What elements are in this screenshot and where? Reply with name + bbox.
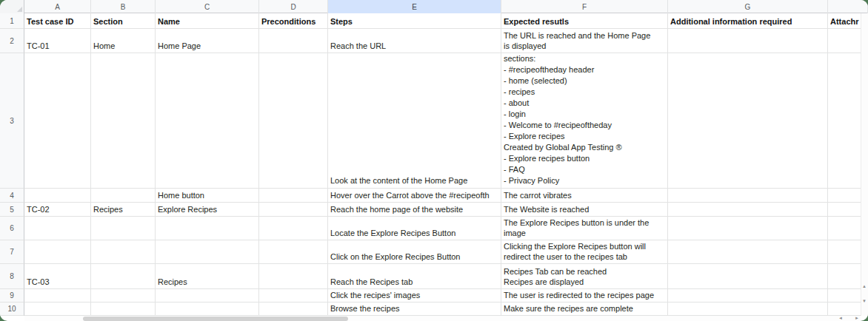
- cell-a1[interactable]: Test case ID: [24, 13, 91, 29]
- column-header-c[interactable]: C: [156, 0, 259, 13]
- cell-g1[interactable]: Additional information required: [668, 13, 828, 29]
- cell-f6[interactable]: The Explore Recipes button is under the …: [501, 217, 668, 240]
- cell-d1[interactable]: Preconditions: [259, 13, 328, 29]
- horizontal-scrollbar-thumb[interactable]: [83, 317, 348, 321]
- cell-f3[interactable]: The Home Page contains the following sec…: [501, 53, 668, 189]
- scroll-up-icon[interactable]: ▲: [861, 283, 867, 289]
- cell-g7[interactable]: [668, 240, 828, 264]
- cell-f4[interactable]: The carrot vibrates: [501, 189, 668, 203]
- cell-g9[interactable]: [668, 289, 828, 303]
- cell-e3[interactable]: Look at the content of the Home Page: [328, 53, 501, 189]
- cell-b1[interactable]: Section: [91, 13, 156, 29]
- cell-c8[interactable]: Recipes: [156, 264, 259, 289]
- select-all-corner[interactable]: [0, 0, 24, 13]
- cell-b8[interactable]: [91, 264, 156, 289]
- column-header-row: A B C D E F G: [0, 0, 868, 13]
- row-header-8[interactable]: 8: [0, 264, 24, 289]
- cell-f7[interactable]: Clicking the Explore Recipes button will…: [501, 240, 668, 264]
- row-header-3[interactable]: 3: [0, 53, 24, 189]
- cell-g4[interactable]: [668, 189, 828, 203]
- horizontal-scrollbar[interactable]: [24, 316, 861, 321]
- cell-g3[interactable]: [668, 53, 828, 189]
- cell-d4[interactable]: [259, 189, 328, 203]
- vertical-scrollbar[interactable]: ▲ ▼: [861, 13, 868, 316]
- cell-c4[interactable]: Home button: [156, 189, 259, 203]
- cell-d3[interactable]: [259, 53, 328, 189]
- column-header-g[interactable]: G: [668, 0, 828, 13]
- cell-c10[interactable]: [156, 303, 259, 316]
- cell-e9[interactable]: Click the recipes' images: [328, 289, 501, 303]
- cell-c5[interactable]: Explore Recipes: [156, 203, 259, 217]
- cell-a3[interactable]: [24, 53, 91, 189]
- cell-e4[interactable]: Hover over the Carrot above the #recipeo…: [328, 189, 501, 203]
- cell-d5[interactable]: [259, 203, 328, 217]
- cell-d10[interactable]: [259, 303, 328, 316]
- row-header-4[interactable]: 4: [0, 189, 24, 203]
- cell-b4[interactable]: [91, 189, 156, 203]
- cell-e6[interactable]: Locate the Explore Recipes Button: [328, 217, 501, 240]
- cell-b9[interactable]: [91, 289, 156, 303]
- row-header-5[interactable]: 5: [0, 203, 24, 217]
- cell-a5[interactable]: TC-02: [24, 203, 91, 217]
- cell-b5[interactable]: Recipes: [91, 203, 156, 217]
- column-header-h[interactable]: [828, 0, 868, 13]
- scroll-right-icon[interactable]: ►: [853, 316, 861, 321]
- cell-f9[interactable]: The user is redirected to the recipes pa…: [501, 289, 668, 303]
- row-header-7[interactable]: 7: [0, 240, 24, 264]
- cell-d6[interactable]: [259, 217, 328, 240]
- cell-b7[interactable]: [91, 240, 156, 264]
- row-header-6[interactable]: 6: [0, 217, 24, 240]
- cell-e10[interactable]: Browse the recipes: [328, 303, 501, 316]
- cell-f10[interactable]: Make sure the recipes are complete: [501, 303, 668, 316]
- row-header-10[interactable]: 10: [0, 303, 24, 316]
- cell-c6[interactable]: [156, 217, 259, 240]
- column-header-b[interactable]: B: [91, 0, 156, 13]
- cell-b3[interactable]: [91, 53, 156, 189]
- cell-g2[interactable]: [668, 29, 828, 53]
- cell-b6[interactable]: [91, 217, 156, 240]
- cell-c2[interactable]: Home Page: [156, 29, 259, 53]
- cell-c7[interactable]: [156, 240, 259, 264]
- cell-e8[interactable]: Reach the Recipes tab: [328, 264, 501, 289]
- row-header-2[interactable]: 2: [0, 29, 24, 53]
- table-row: 9 Click the recipes' images The user is …: [0, 289, 868, 303]
- cell-a4[interactable]: [24, 189, 91, 203]
- cell-a2[interactable]: TC-01: [24, 29, 91, 53]
- cell-g6[interactable]: [668, 217, 828, 240]
- cell-f2[interactable]: The URL is reached and the Home Page is …: [501, 29, 668, 53]
- cell-a10[interactable]: [24, 303, 91, 316]
- column-header-a[interactable]: A: [24, 0, 91, 13]
- cell-b10[interactable]: [91, 303, 156, 316]
- cell-d9[interactable]: [259, 289, 328, 303]
- cell-b2[interactable]: Home: [91, 29, 156, 53]
- table-row: 10 Browse the recipes Make sure the reci…: [0, 303, 868, 316]
- cell-a8[interactable]: TC-03: [24, 264, 91, 289]
- column-header-e[interactable]: E: [328, 0, 501, 13]
- cell-a9[interactable]: [24, 289, 91, 303]
- cell-f8[interactable]: Recipes Tab can be reached Recipes are d…: [501, 264, 668, 289]
- cell-c1[interactable]: Name: [156, 13, 259, 29]
- cell-a7[interactable]: [24, 240, 91, 264]
- cell-g5[interactable]: [668, 203, 828, 217]
- cell-d8[interactable]: [259, 264, 328, 289]
- cell-d2[interactable]: [259, 29, 328, 53]
- cell-g10[interactable]: [668, 303, 828, 316]
- cell-g8[interactable]: [668, 264, 828, 289]
- cell-e2[interactable]: Reach the URL: [328, 29, 501, 53]
- row-header-9[interactable]: 9: [0, 289, 24, 303]
- cell-d7[interactable]: [259, 240, 328, 264]
- cell-f1[interactable]: Expected resutls: [501, 13, 668, 29]
- row-header-1[interactable]: 1: [0, 13, 24, 29]
- scroll-left-icon[interactable]: ◄: [837, 316, 844, 321]
- cell-f5[interactable]: The Website is reached: [501, 203, 668, 217]
- cell-e1[interactable]: Steps: [328, 13, 501, 29]
- table-row: 4 Home button Hover over the Carrot abov…: [0, 189, 868, 203]
- cell-c9[interactable]: [156, 289, 259, 303]
- column-header-d[interactable]: D: [259, 0, 328, 13]
- column-header-f[interactable]: F: [501, 0, 668, 13]
- cell-c3[interactable]: [156, 53, 259, 189]
- cell-e5[interactable]: Reach the home page of the website: [328, 203, 501, 217]
- scroll-down-icon[interactable]: ▼: [861, 298, 867, 304]
- cell-e7[interactable]: Click on the Explore Recipes Button: [328, 240, 501, 264]
- cell-a6[interactable]: [24, 217, 91, 240]
